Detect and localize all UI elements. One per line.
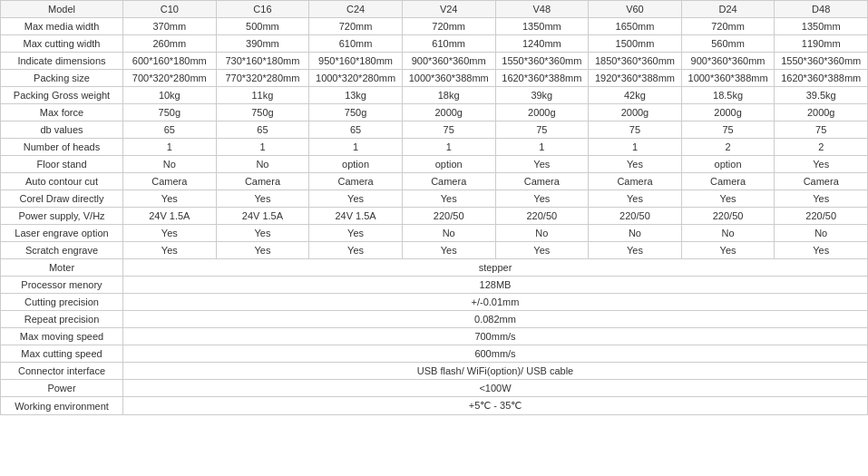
cell-r1-c5: 1500mm <box>589 35 682 53</box>
cell-r5-c5: 2000g <box>589 104 682 121</box>
cell-r3-c0: 700*320*280mm <box>123 70 217 87</box>
row-label-17: Repeat precision <box>1 311 123 328</box>
cell-r3-c2: 1000*320*280mm <box>309 70 403 87</box>
cell-r4-c1: 11kg <box>216 87 309 104</box>
table-row: Floor standNoNooptionoptionYesYesoptionY… <box>1 156 868 173</box>
cell-r0-c7: 1350mm <box>775 18 868 35</box>
cell-r10-c5: Yes <box>589 190 682 208</box>
cell-r5-c0: 750g <box>123 104 217 121</box>
cell-r7-c3: 1 <box>402 139 495 156</box>
cell-r4-c4: 39kg <box>495 87 589 104</box>
table-row: Power<100W <box>1 380 868 397</box>
cell-r5-c1: 750g <box>216 104 309 121</box>
cell-r11-c2: 24V 1.5A <box>309 208 403 225</box>
row-label-10: Corel Draw directly <box>1 190 123 208</box>
cell-r4-c7: 39.5kg <box>775 87 868 104</box>
row-label-9: Auto contour cut <box>1 173 123 190</box>
cell-r5-c2: 750g <box>309 104 403 121</box>
span-cell-20: USB flash/ WiFi(option)/ USB cable <box>123 363 868 380</box>
cell-r12-c6: No <box>681 225 775 242</box>
row-label-13: Scratch engrave <box>1 242 123 259</box>
cell-r0-c3: 720mm <box>402 18 495 35</box>
cell-r11-c6: 220/50 <box>681 208 775 225</box>
cell-r6-c7: 75 <box>775 121 868 139</box>
table-row: Moterstepper <box>1 259 868 277</box>
cell-r10-c2: Yes <box>309 190 403 208</box>
cell-r9-c7: Camera <box>775 173 868 190</box>
cell-r1-c0: 260mm <box>123 35 217 53</box>
row-label-21: Power <box>1 380 123 397</box>
cell-r8-c3: option <box>402 156 495 173</box>
row-label-7: Number of heads <box>1 139 123 156</box>
row-label-16: Cutting precision <box>1 294 123 311</box>
cell-r10-c3: Yes <box>402 190 495 208</box>
cell-r7-c4: 1 <box>495 139 589 156</box>
cell-r6-c1: 65 <box>216 121 309 139</box>
cell-r6-c0: 65 <box>123 121 217 139</box>
table-row: Packing size700*320*280mm770*320*280mm10… <box>1 70 868 87</box>
span-cell-18: 700mm/s <box>123 328 868 345</box>
cell-r13-c0: Yes <box>123 242 217 259</box>
table-row: Max media width370mm500mm720mm720mm1350m… <box>1 18 868 35</box>
cell-r0-c0: 370mm <box>123 18 217 35</box>
table-row: Max cutting speed600mm/s <box>1 345 868 363</box>
cell-r4-c0: 10kg <box>123 87 217 104</box>
row-label-20: Connector interface <box>1 363 123 380</box>
cell-r13-c4: Yes <box>495 242 589 259</box>
cell-r13-c5: Yes <box>589 242 682 259</box>
cell-r1-c4: 1240mm <box>495 35 589 53</box>
span-cell-19: 600mm/s <box>123 345 868 363</box>
cell-r3-c6: 1000*360*388mm <box>681 70 775 87</box>
row-label-3: Packing size <box>1 70 123 87</box>
cell-r9-c5: Camera <box>589 173 682 190</box>
cell-r5-c4: 2000g <box>495 104 589 121</box>
cell-r7-c6: 2 <box>681 139 775 156</box>
cell-r1-c7: 1190mm <box>775 35 868 53</box>
header-col-c16: C16 <box>216 1 309 18</box>
cell-r7-c0: 1 <box>123 139 217 156</box>
cell-r1-c3: 610mm <box>402 35 495 53</box>
row-label-12: Laser engrave option <box>1 225 123 242</box>
cell-r1-c1: 390mm <box>216 35 309 53</box>
cell-r8-c2: option <box>309 156 403 173</box>
table-row: Connector interfaceUSB flash/ WiFi(optio… <box>1 363 868 380</box>
cell-r6-c5: 75 <box>589 121 682 139</box>
cell-r4-c5: 42kg <box>589 87 682 104</box>
row-label-22: Working environment <box>1 397 123 415</box>
cell-r8-c6: option <box>681 156 775 173</box>
cell-r5-c7: 2000g <box>775 104 868 121</box>
cell-r0-c4: 1350mm <box>495 18 589 35</box>
row-label-4: Packing Gross weight <box>1 87 123 104</box>
cell-r12-c0: Yes <box>123 225 217 242</box>
cell-r6-c6: 75 <box>681 121 775 139</box>
row-label-2: Indicate dimensions <box>1 53 123 70</box>
cell-r9-c2: Camera <box>309 173 403 190</box>
cell-r11-c4: 220/50 <box>495 208 589 225</box>
cell-r4-c6: 18.5kg <box>681 87 775 104</box>
cell-r1-c2: 610mm <box>309 35 403 53</box>
cell-r6-c2: 65 <box>309 121 403 139</box>
cell-r2-c2: 950*160*180mm <box>309 53 403 70</box>
header-col-v60: V60 <box>589 1 682 18</box>
cell-r4-c3: 18kg <box>402 87 495 104</box>
cell-r3-c1: 770*320*280mm <box>216 70 309 87</box>
cell-r13-c2: Yes <box>309 242 403 259</box>
cell-r9-c0: Camera <box>123 173 217 190</box>
cell-r1-c6: 560mm <box>681 35 775 53</box>
cell-r10-c6: Yes <box>681 190 775 208</box>
cell-r7-c5: 1 <box>589 139 682 156</box>
header-col-v24: V24 <box>402 1 495 18</box>
cell-r7-c1: 1 <box>216 139 309 156</box>
header-model: Model <box>1 1 123 18</box>
cell-r8-c7: Yes <box>775 156 868 173</box>
row-label-15: Processor menory <box>1 277 123 294</box>
cell-r9-c6: Camera <box>681 173 775 190</box>
cell-r13-c3: Yes <box>402 242 495 259</box>
cell-r10-c0: Yes <box>123 190 217 208</box>
header-col-c24: C24 <box>309 1 403 18</box>
cell-r11-c7: 220/50 <box>775 208 868 225</box>
header-col-v48: V48 <box>495 1 589 18</box>
table-row: Scratch engraveYesYesYesYesYesYesYesYes <box>1 242 868 259</box>
table-row: Auto contour cutCameraCameraCameraCamera… <box>1 173 868 190</box>
cell-r10-c7: Yes <box>775 190 868 208</box>
